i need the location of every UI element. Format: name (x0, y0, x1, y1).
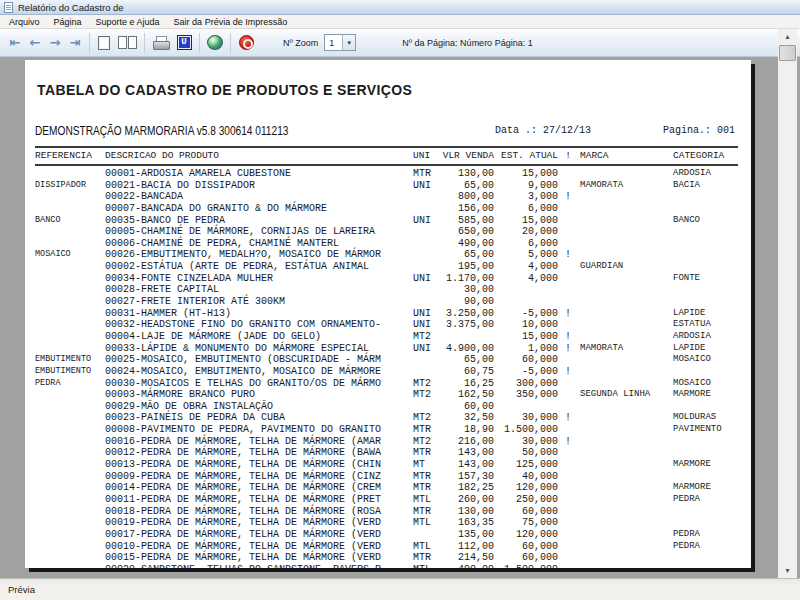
next-page-button[interactable]: → (46, 33, 64, 53)
cell-descricao: 00021-BACIA DO DISSIPADOR (105, 180, 413, 192)
web-button[interactable] (205, 33, 225, 53)
cell-categoria: MOSAICO (673, 378, 738, 390)
cell-referencia (35, 494, 105, 506)
zoom-dropdown-button[interactable]: ▼ (342, 35, 355, 50)
cell-referencia (35, 331, 105, 343)
cell-uni (413, 401, 438, 413)
single-page-view-button[interactable] (95, 33, 113, 53)
cell-categoria: PEDRA (673, 494, 738, 506)
table-row: 00001-ARDÓSIA AMARELA CUBESTONEMTR130,00… (35, 168, 738, 180)
menu-arquivo[interactable]: Arquivo (2, 15, 47, 28)
cell-referencia (35, 319, 105, 331)
menu-suporte-e-ajuda[interactable]: Suporte e Ajuda (89, 15, 167, 28)
cell-referencia (35, 541, 105, 553)
cell-descricao: 00003-MÁRMORE BRANCO PURO (105, 389, 413, 401)
cell-uni: MTL (413, 494, 438, 506)
cell-descricao: 00018-PEDRA DE MÁRMORE, TELHA DE MÁRMORE… (105, 506, 413, 518)
table-row: 00009-PEDRA DE MÁRMORE, TELHA DE MÁRMORE… (35, 471, 738, 483)
cell-vlr-venda: 4.900,00 (438, 343, 494, 355)
table-row: MOSAICO00026-EMBUTIMENTO, MEDALH?O, MOSA… (35, 249, 738, 261)
column-header-categoria: CATEGORIA (673, 150, 738, 161)
print-button[interactable] (150, 33, 172, 53)
cell-marca (578, 191, 673, 203)
cell-vlr-venda: 130,00 (438, 168, 494, 180)
u-logo-button[interactable]: U (174, 33, 194, 53)
cell-referencia (35, 238, 105, 250)
scroll-up-button[interactable]: ▲ (778, 29, 797, 44)
cell-flag (558, 319, 578, 331)
cell-flag (558, 506, 578, 518)
cell-flag (558, 494, 578, 506)
cell-uni: MT (413, 459, 438, 471)
zoom-select[interactable]: 1 ▼ (324, 34, 356, 51)
cell-referencia (35, 412, 105, 424)
cell-uni (413, 284, 438, 296)
table-row: DISSIPADOR00021-BACIA DO DISSIPADORUNI65… (35, 180, 738, 192)
table-row: EMBUTIMENTO00025-MOSAICO, EMBUTIMENTO (O… (35, 354, 738, 366)
cell-categoria (673, 296, 738, 308)
last-page-button[interactable]: ⇥ (66, 33, 84, 53)
exit-preview-button[interactable] (236, 33, 256, 53)
two-page-view-icon (118, 36, 137, 49)
header-rule-bottom (35, 164, 738, 166)
cell-descricao: 00016-PEDRA DE MÁRMORE, TELHA DE MÁRMORE… (105, 436, 413, 448)
first-page-button[interactable]: ⇤ (6, 33, 24, 53)
cell-categoria (673, 203, 738, 215)
cell-referencia (35, 203, 105, 215)
menu-sair-da-previa[interactable]: Sair da Prévia de Impressão (167, 15, 295, 28)
cell-descricao: 00010-PEDRA DE MÁRMORE, TELHA DE MÁRMORE… (105, 541, 413, 553)
cell-est-atual: 30,000 (494, 412, 558, 424)
cell-referencia (35, 261, 105, 273)
scroll-down-button[interactable]: ▼ (778, 563, 797, 578)
cell-est-atual: 300,000 (494, 378, 558, 390)
cell-marca: MAMORATA (578, 180, 673, 192)
scrollbar-thumb[interactable] (779, 45, 796, 61)
cell-uni (413, 226, 438, 238)
cell-vlr-venda: 60,00 (438, 401, 494, 413)
cell-descricao: 00035-BANCO DE PEDRA (105, 215, 413, 227)
cell-uni: MTR (413, 447, 438, 459)
cell-uni: MTR (413, 471, 438, 483)
cell-marca: MAMORATA (578, 343, 673, 355)
cell-uni: MT2 (413, 378, 438, 390)
cell-categoria (673, 191, 738, 203)
cell-categoria (673, 401, 738, 413)
print-icon (153, 36, 170, 50)
cell-referencia (35, 308, 105, 320)
cell-referencia (35, 401, 105, 413)
cell-referencia (35, 273, 105, 285)
cell-marca (578, 308, 673, 320)
exit-icon (239, 35, 254, 50)
cell-uni: UNI (413, 308, 438, 320)
cell-flag: ! (558, 331, 578, 343)
cell-descricao: 00019-PEDRA DE MÁRMORE, TELHA DE MÁRMORE… (105, 517, 413, 529)
cell-vlr-venda: 585,00 (438, 215, 494, 227)
cell-est-atual (494, 401, 558, 413)
two-page-view-button[interactable] (115, 33, 139, 53)
cell-descricao: 00030-MOSAICOS E TELHAS DO GRANITO/OS DE… (105, 378, 413, 390)
cell-flag (558, 168, 578, 180)
cell-est-atual (494, 296, 558, 308)
cell-flag (558, 459, 578, 471)
cell-referencia (35, 447, 105, 459)
table-row: 00006-CHAMINÉ DE PEDRA, CHAMINÉ MANTERL4… (35, 238, 738, 250)
cell-marca (578, 378, 673, 390)
menu-pagina[interactable]: Página (47, 15, 89, 28)
cell-est-atual: 40,000 (494, 471, 558, 483)
cell-vlr-venda: 30,00 (438, 284, 494, 296)
previous-page-button[interactable]: ← (26, 33, 44, 53)
vertical-scrollbar[interactable]: ▲ ▼ (778, 29, 797, 578)
cell-uni (413, 249, 438, 261)
cell-marca (578, 284, 673, 296)
report-date: Data .: 27/12/13 (495, 125, 591, 136)
cell-flag (558, 261, 578, 273)
cell-marca (578, 482, 673, 494)
cell-descricao: 00004-LAJE DE MÁRMORE (JADE DO GELO) (105, 331, 413, 343)
table-row: 00032-HEADSTONE FINO DO GRANITO COM ORNA… (35, 319, 738, 331)
table-row: 00027-FRETE INTERIOR ATÉ 300KM90,00 (35, 296, 738, 308)
cell-marca (578, 319, 673, 331)
cell-flag: ! (558, 191, 578, 203)
table-row: BANCO00035-BANCO DE PEDRAUNI585,0015,000… (35, 215, 738, 227)
cell-flag (558, 203, 578, 215)
cell-vlr-venda: 400,00 (438, 564, 494, 568)
